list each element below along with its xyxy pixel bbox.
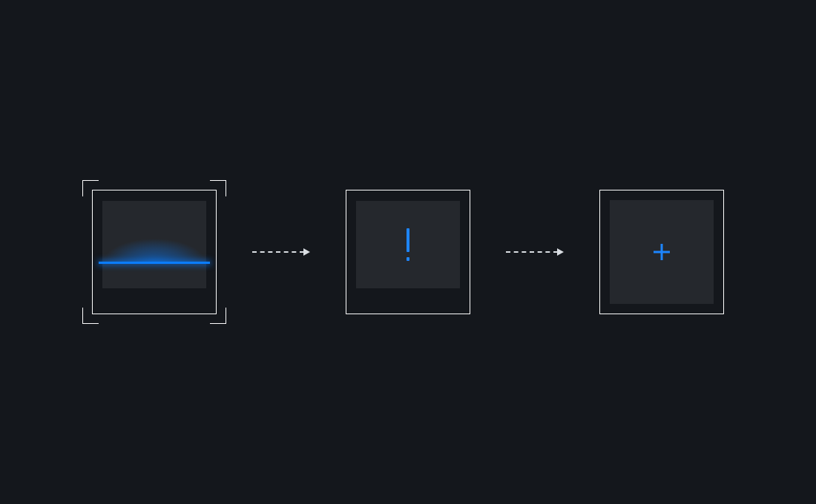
- scan-glow-icon: [99, 231, 210, 263]
- arrow-right-icon: [506, 248, 564, 256]
- add-stage: [599, 190, 724, 314]
- process-flow-diagram: [0, 0, 816, 504]
- exclamation-icon: [407, 228, 409, 261]
- alert-stage: [346, 190, 470, 314]
- scan-panel: [102, 201, 206, 288]
- arrow-right-icon: [252, 248, 310, 256]
- scan-stage: [92, 190, 217, 314]
- alert-panel: [356, 201, 460, 288]
- scan-line-icon: [99, 262, 210, 264]
- add-panel: [610, 200, 714, 304]
- plus-icon: [654, 244, 670, 260]
